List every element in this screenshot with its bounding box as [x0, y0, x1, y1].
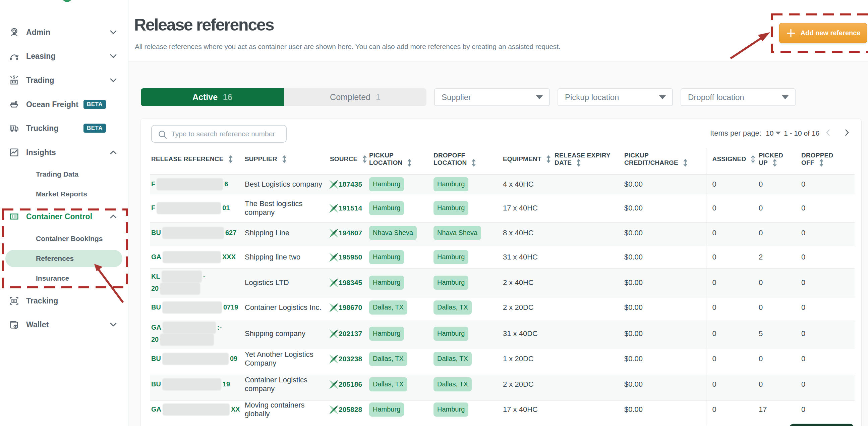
svg-text:$: $ — [13, 75, 16, 80]
svg-text:$: $ — [15, 325, 17, 329]
